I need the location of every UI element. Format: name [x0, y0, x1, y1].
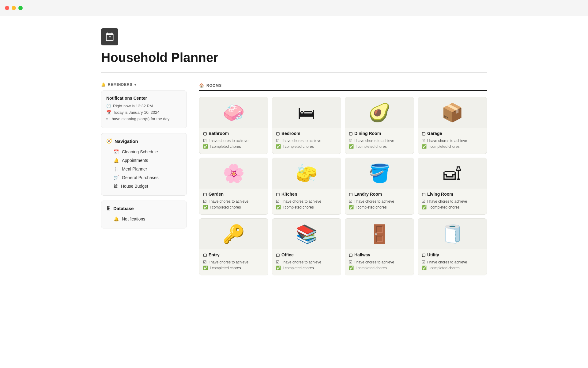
green-check-icon: ✅	[203, 205, 208, 209]
bell-icon: 🔔	[101, 82, 106, 87]
checkbox-icon: ☑	[203, 260, 207, 264]
room-card-dining-room[interactable]: 🥑 ▢ Dining Room ☑ I have chores to achie…	[345, 97, 414, 154]
room-name: ▢ Garage	[422, 131, 483, 136]
room-emoji: 🧼	[199, 97, 268, 128]
navigation-title: 🧭 Navigation	[106, 138, 182, 144]
room-card-utility[interactable]: 🧻 ▢ Utility ☑ I have chores to achieve ✅…	[418, 218, 487, 275]
room-info: ▢ Office ☑ I have chores to achieve ✅ I …	[272, 249, 341, 275]
page-icon	[101, 28, 118, 45]
room-info: ▢ Entry ☑ I have chores to achieve ✅ I c…	[199, 249, 268, 275]
room-emoji: 📚	[272, 219, 341, 249]
database-icon: 🗄	[106, 206, 111, 211]
sidebar-item-cleaning-schedule[interactable]: 📅 Cleaning Schedule	[106, 148, 182, 156]
clock-icon: 🕐	[106, 104, 111, 108]
room-name: ▢ Landry Room	[349, 192, 410, 197]
sidebar-item-general-purchases[interactable]: 🛒 General Purchases	[106, 173, 182, 182]
chore-achieve-item: ☑ I have chores to achieve	[276, 199, 337, 204]
room-page-icon: ▢	[422, 192, 425, 197]
notif-item-cleaning: ▪ I have cleaning plan(s) for the day	[106, 117, 182, 121]
rooms-grid: 🧼 ▢ Bathroom ☑ I have chores to achieve …	[199, 97, 487, 275]
bank-icon: 🏛	[114, 184, 118, 189]
room-card-hallway[interactable]: 🚪 ▢ Hallway ☑ I have chores to achieve ✅…	[345, 218, 414, 275]
chore-achieve-item: ☑ I have chores to achieve	[422, 199, 483, 204]
room-info: ▢ Bathroom ☑ I have chores to achieve ✅ …	[199, 128, 268, 154]
room-page-icon: ▢	[276, 131, 280, 136]
room-card-office[interactable]: 📚 ▢ Office ☑ I have chores to achieve ✅ …	[272, 218, 341, 275]
home-icon: 🏠	[199, 83, 204, 88]
chore-completed-item: ✅ I completed chores	[422, 144, 483, 149]
room-page-icon: ▢	[422, 253, 425, 257]
room-name: ▢ Bedroom	[276, 131, 337, 136]
room-emoji: 🛏	[272, 97, 341, 128]
chore-completed-item: ✅ I completed chores	[276, 266, 337, 270]
chore-achieve-item: ☑ I have chores to achieve	[276, 260, 337, 264]
room-name: ▢ Hallway	[349, 252, 410, 257]
svg-rect-0	[109, 36, 111, 37]
maximize-button[interactable]	[18, 6, 23, 10]
room-info: ▢ Living Room ☑ I have chores to achieve…	[418, 189, 487, 214]
chore-achieve-item: ☑ I have chores to achieve	[422, 138, 483, 143]
cart-icon: 🛒	[114, 175, 119, 180]
chore-completed-item: ✅ I completed chores	[422, 205, 483, 209]
chore-completed-item: ✅ I completed chores	[422, 266, 483, 270]
room-card-kitchen[interactable]: 🧽 ▢ Kitchen ☑ I have chores to achieve ✅…	[272, 158, 341, 215]
room-emoji: 🧻	[418, 219, 487, 249]
green-check-icon: ✅	[276, 205, 281, 209]
chore-achieve-item: ☑ I have chores to achieve	[349, 199, 410, 204]
green-check-icon: ✅	[203, 144, 208, 149]
room-card-garden[interactable]: 🌸 ▢ Garden ☑ I have chores to achieve ✅ …	[199, 158, 268, 215]
sidebar-item-notifications[interactable]: 🔔 Notifications	[106, 215, 182, 223]
close-button[interactable]	[5, 6, 9, 10]
room-info: ▢ Hallway ☑ I have chores to achieve ✅ I…	[345, 249, 414, 275]
main-content: 🏠 ROOMS 🧼 ▢ Bathroom ☑ I have chores to …	[199, 82, 487, 275]
chore-completed-item: ✅ I completed chores	[203, 144, 264, 149]
database-card: 🗄 Database 🔔 Notifications	[101, 201, 187, 228]
room-emoji: 🧽	[272, 158, 341, 189]
page-title: Household Planner	[101, 50, 487, 65]
green-check-icon: ✅	[276, 144, 281, 149]
page-divider	[101, 72, 487, 73]
minimize-button[interactable]	[12, 6, 16, 10]
room-info: ▢ Landry Room ☑ I have chores to achieve…	[345, 189, 414, 214]
room-page-icon: ▢	[349, 192, 352, 197]
green-check-icon: ✅	[349, 266, 354, 270]
checkbox-icon: ☑	[276, 199, 280, 204]
room-name: ▢ Kitchen	[276, 192, 337, 197]
chore-completed-item: ✅ I completed chores	[203, 266, 264, 270]
room-name: ▢ Living Room	[422, 192, 483, 197]
chore-achieve-item: ☑ I have chores to achieve	[349, 138, 410, 143]
sidebar-item-house-budget[interactable]: 🏛 House Budget	[106, 182, 182, 190]
sidebar-item-appointments[interactable]: 🔔 Appointments	[106, 156, 182, 165]
room-page-icon: ▢	[276, 253, 280, 257]
room-card-garage[interactable]: 📦 ▢ Garage ☑ I have chores to achieve ✅ …	[418, 97, 487, 154]
room-emoji: 🪣	[345, 158, 414, 189]
room-info: ▢ Bedroom ☑ I have chores to achieve ✅ I…	[272, 128, 341, 154]
green-check-icon: ✅	[349, 205, 354, 209]
chore-completed-item: ✅ I completed chores	[276, 144, 337, 149]
room-card-living-room[interactable]: 🛋 ▢ Living Room ☑ I have chores to achie…	[418, 158, 487, 215]
room-card-bathroom[interactable]: 🧼 ▢ Bathroom ☑ I have chores to achieve …	[199, 97, 268, 154]
checkbox-icon: ☑	[349, 260, 352, 264]
room-card-entry[interactable]: 🔑 ▢ Entry ☑ I have chores to achieve ✅ I…	[199, 218, 268, 275]
room-page-icon: ▢	[203, 253, 207, 257]
room-emoji: 📦	[418, 97, 487, 128]
chore-achieve-item: ☑ I have chores to achieve	[203, 138, 264, 143]
chore-achieve-item: ☑ I have chores to achieve	[203, 199, 264, 204]
green-check-icon: ✅	[422, 266, 427, 270]
room-page-icon: ▢	[349, 253, 352, 257]
room-page-icon: ▢	[422, 131, 425, 136]
rooms-section-header: 🏠 ROOMS	[199, 83, 487, 91]
checkbox-icon: ☑	[203, 138, 207, 143]
room-card-bedroom[interactable]: 🛏 ▢ Bedroom ☑ I have chores to achieve ✅…	[272, 97, 341, 154]
titlebar	[0, 0, 588, 16]
sidebar-item-meal-planner[interactable]: 🍴 Meal Planner	[106, 165, 182, 173]
calendar-small-icon: 📅	[114, 149, 119, 154]
checkbox-icon: ☑	[349, 199, 352, 204]
reminders-section-header: 🔔 REMINDERS ▾	[101, 82, 187, 87]
chore-completed-item: ✅ I completed chores	[349, 266, 410, 270]
chore-achieve-item: ☑ I have chores to achieve	[422, 260, 483, 264]
room-page-icon: ▢	[276, 192, 280, 197]
room-info: ▢ Garage ☑ I have chores to achieve ✅ I …	[418, 128, 487, 154]
room-info: ▢ Utility ☑ I have chores to achieve ✅ I…	[418, 249, 487, 275]
room-card-landry-room[interactable]: 🪣 ▢ Landry Room ☑ I have chores to achie…	[345, 158, 414, 215]
